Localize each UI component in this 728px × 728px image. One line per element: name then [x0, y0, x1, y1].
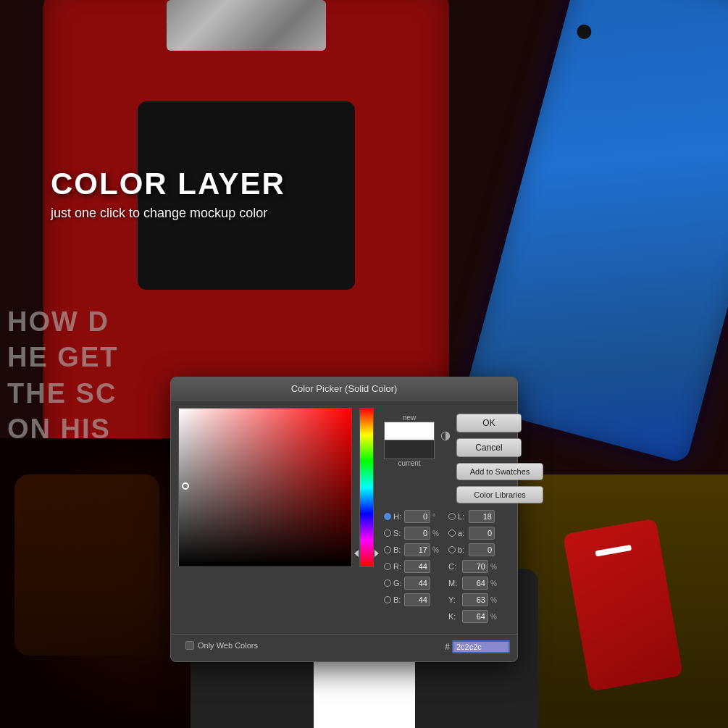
- dialog-bottom: Only Web Colors #: [171, 634, 517, 661]
- M-row: M: %: [448, 576, 499, 590]
- blue-input[interactable]: [404, 593, 430, 606]
- b-input[interactable]: [469, 543, 495, 556]
- add-to-swatches-button[interactable]: Add to Swatches: [456, 463, 543, 480]
- brightness-input[interactable]: [404, 543, 430, 556]
- dialog-title: Color Picker (Solid Color): [291, 383, 398, 394]
- C-row: C: %: [448, 559, 499, 574]
- K-input[interactable]: [462, 610, 488, 623]
- horror-line-2: HE GET: [7, 340, 118, 375]
- lab-cmyk-column: L: a: b: C:: [448, 509, 499, 624]
- L-radio[interactable]: [448, 513, 456, 520]
- dialog-body: new current ◑ OK Cancel Add to Swatches …: [171, 401, 517, 634]
- blue-radio[interactable]: [384, 596, 391, 603]
- a-input[interactable]: [469, 527, 495, 540]
- color-gradient[interactable]: [178, 408, 352, 567]
- L-input[interactable]: [469, 510, 495, 523]
- green-row: G:: [384, 576, 441, 590]
- ok-button[interactable]: OK: [456, 414, 522, 432]
- C-input[interactable]: [462, 560, 488, 573]
- a-row: a:: [448, 526, 499, 540]
- a-radio[interactable]: [448, 530, 456, 537]
- spectrum-arrow-left: [354, 550, 359, 557]
- new-label: new: [384, 414, 435, 422]
- cancel-button[interactable]: Cancel: [456, 438, 522, 457]
- b-radio[interactable]: [448, 546, 456, 553]
- color-preview-section: new current: [384, 414, 435, 467]
- web-colors-label: Only Web Colors: [198, 641, 258, 650]
- color-layer-section: COLOR LAYER just one click to change moc…: [51, 167, 285, 221]
- saturation-row: S: %: [384, 526, 441, 540]
- horror-line-4: ON HIS: [7, 411, 118, 447]
- blue-row: B:: [384, 593, 441, 607]
- horror-line-1: HOW D: [7, 304, 118, 340]
- red-radio[interactable]: [384, 563, 391, 570]
- horror-text-overlay: HOW D HE GET THE SC ON HIS: [7, 304, 118, 448]
- green-radio[interactable]: [384, 580, 391, 587]
- K-row: K: %: [448, 609, 499, 624]
- buttons-column: OK Cancel Add to Swatches Color Librarie…: [456, 414, 543, 503]
- M-input[interactable]: [462, 577, 488, 590]
- saturation-radio[interactable]: [384, 530, 391, 537]
- red-input[interactable]: [404, 560, 430, 573]
- Y-input[interactable]: [462, 593, 488, 606]
- L-row: L:: [448, 509, 499, 524]
- color-gradient-area[interactable]: [178, 408, 352, 567]
- brightness-row: B: %: [384, 543, 441, 557]
- hue-row: H: °: [384, 509, 441, 524]
- hue-input[interactable]: [404, 510, 430, 523]
- color-libraries-button[interactable]: Color Libraries: [456, 486, 543, 503]
- color-picker-dialog: Color Picker (Solid Color) new current ◑: [170, 377, 518, 662]
- hue-radio[interactable]: [384, 513, 391, 520]
- input-fields-section: H: ° S: % B: %: [384, 509, 543, 624]
- hex-row: #: [445, 640, 510, 653]
- red-row: R:: [384, 559, 441, 574]
- web-colors-checkbox[interactable]: [185, 641, 194, 650]
- spectrum-bar[interactable]: [359, 408, 374, 567]
- spectrum-arrow-right: [375, 550, 379, 557]
- horror-line-3: THE SC: [7, 376, 118, 411]
- web-colors-row: Only Web Colors: [178, 638, 265, 656]
- Y-row: Y: %: [448, 593, 499, 607]
- eyedropper-icon[interactable]: ◑: [440, 428, 451, 442]
- dialog-right-panel: new current ◑ OK Cancel Add to Swatches …: [381, 408, 549, 627]
- hsb-rgb-column: H: ° S: % B: %: [384, 509, 441, 624]
- b-row: b:: [448, 543, 499, 557]
- new-color-box: [384, 422, 435, 440]
- brightness-radio[interactable]: [384, 546, 391, 553]
- dialog-titlebar: Color Picker (Solid Color): [171, 377, 517, 401]
- hex-input[interactable]: [452, 640, 510, 653]
- current-color-box: [384, 440, 435, 459]
- current-label: current: [384, 459, 435, 467]
- color-layer-subtitle: just one click to change mockup color: [51, 206, 285, 221]
- device-circle: [575, 23, 593, 41]
- green-input[interactable]: [404, 577, 430, 590]
- claw-texture: [14, 474, 159, 656]
- color-layer-title: COLOR LAYER: [51, 167, 285, 201]
- saturation-input[interactable]: [404, 527, 430, 540]
